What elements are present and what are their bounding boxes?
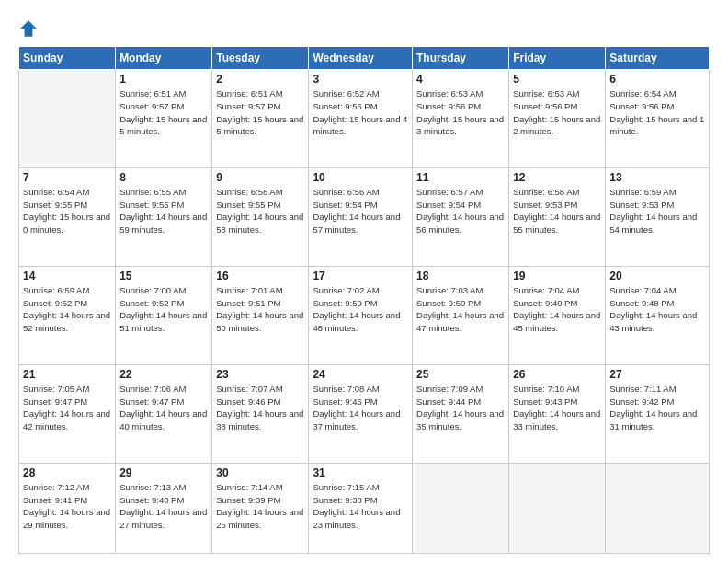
day-cell: 21Sunrise: 7:05 AMSunset: 9:47 PMDayligh…: [19, 364, 116, 463]
day-number: 3: [313, 73, 408, 86]
day-number: 8: [119, 171, 208, 184]
day-number: 28: [23, 466, 111, 479]
day-cell: 22Sunrise: 7:06 AMSunset: 9:47 PMDayligh…: [116, 364, 212, 463]
day-cell: 6Sunrise: 6:54 AMSunset: 9:56 PMDaylight…: [606, 70, 710, 168]
day-number: 16: [216, 270, 304, 282]
day-info: Sunrise: 6:54 AMSunset: 9:55 PMDaylight:…: [23, 186, 111, 236]
day-number: 10: [313, 171, 408, 184]
day-info: Sunrise: 7:05 AMSunset: 9:47 PMDaylight:…: [23, 383, 111, 433]
day-cell: 7Sunrise: 6:54 AMSunset: 9:55 PMDaylight…: [19, 167, 116, 266]
day-info: Sunrise: 7:10 AMSunset: 9:43 PMDaylight:…: [513, 383, 601, 433]
week-row-2: 7Sunrise: 6:54 AMSunset: 9:55 PMDaylight…: [19, 167, 710, 266]
day-cell: 18Sunrise: 7:03 AMSunset: 9:50 PMDayligh…: [413, 266, 509, 364]
day-info: Sunrise: 6:55 AMSunset: 9:55 PMDaylight:…: [119, 186, 208, 236]
day-cell: 16Sunrise: 7:01 AMSunset: 9:51 PMDayligh…: [212, 266, 309, 364]
day-number: 14: [23, 270, 111, 282]
day-info: Sunrise: 7:06 AMSunset: 9:47 PMDaylight:…: [119, 383, 208, 433]
day-cell: [413, 463, 509, 553]
week-row-4: 21Sunrise: 7:05 AMSunset: 9:47 PMDayligh…: [19, 364, 710, 463]
logo-icon: [18, 18, 39, 39]
day-info: Sunrise: 6:53 AMSunset: 9:56 PMDaylight:…: [513, 87, 601, 138]
day-cell: 3Sunrise: 6:52 AMSunset: 9:56 PMDaylight…: [309, 70, 413, 168]
day-cell: 9Sunrise: 6:56 AMSunset: 9:55 PMDaylight…: [212, 167, 309, 266]
day-cell: 4Sunrise: 6:53 AMSunset: 9:56 PMDaylight…: [413, 70, 509, 168]
day-cell: [19, 70, 116, 168]
day-cell: 24Sunrise: 7:08 AMSunset: 9:45 PMDayligh…: [309, 364, 413, 463]
day-number: 9: [216, 171, 304, 184]
day-cell: 31Sunrise: 7:15 AMSunset: 9:38 PMDayligh…: [309, 463, 413, 553]
th-monday: Monday: [116, 47, 212, 70]
day-info: Sunrise: 7:15 AMSunset: 9:38 PMDaylight:…: [313, 481, 408, 532]
day-number: 21: [23, 368, 111, 381]
day-info: Sunrise: 7:09 AMSunset: 9:44 PMDaylight:…: [416, 383, 505, 433]
day-info: Sunrise: 6:57 AMSunset: 9:54 PMDaylight:…: [416, 186, 505, 236]
day-number: 30: [216, 466, 304, 479]
day-cell: 26Sunrise: 7:10 AMSunset: 9:43 PMDayligh…: [509, 364, 606, 463]
th-thursday: Thursday: [413, 47, 509, 70]
day-info: Sunrise: 7:08 AMSunset: 9:45 PMDaylight:…: [313, 383, 408, 433]
day-info: Sunrise: 7:13 AMSunset: 9:40 PMDaylight:…: [119, 481, 208, 532]
day-cell: 30Sunrise: 7:14 AMSunset: 9:39 PMDayligh…: [212, 463, 309, 553]
header-row: Sunday Monday Tuesday Wednesday Thursday…: [19, 47, 710, 70]
day-cell: 5Sunrise: 6:53 AMSunset: 9:56 PMDaylight…: [509, 70, 606, 168]
header: [18, 17, 710, 39]
day-info: Sunrise: 6:56 AMSunset: 9:54 PMDaylight:…: [313, 186, 408, 236]
day-cell: 20Sunrise: 7:04 AMSunset: 9:48 PMDayligh…: [606, 266, 710, 364]
th-friday: Friday: [509, 47, 606, 70]
day-number: 22: [119, 368, 208, 381]
th-sunday: Sunday: [19, 47, 116, 70]
day-info: Sunrise: 7:04 AMSunset: 9:48 PMDaylight:…: [609, 284, 705, 335]
day-cell: 29Sunrise: 7:13 AMSunset: 9:40 PMDayligh…: [116, 463, 212, 553]
day-info: Sunrise: 7:14 AMSunset: 9:39 PMDaylight:…: [216, 481, 304, 532]
day-number: 1: [119, 73, 208, 86]
day-info: Sunrise: 7:04 AMSunset: 9:49 PMDaylight:…: [513, 284, 601, 335]
day-cell: 27Sunrise: 7:11 AMSunset: 9:42 PMDayligh…: [606, 364, 710, 463]
day-cell: 14Sunrise: 6:59 AMSunset: 9:52 PMDayligh…: [19, 266, 116, 364]
week-row-1: 1Sunrise: 6:51 AMSunset: 9:57 PMDaylight…: [19, 70, 710, 168]
week-row-3: 14Sunrise: 6:59 AMSunset: 9:52 PMDayligh…: [19, 266, 710, 364]
logo: [18, 17, 42, 39]
day-number: 13: [609, 171, 705, 184]
day-cell: 11Sunrise: 6:57 AMSunset: 9:54 PMDayligh…: [413, 167, 509, 266]
day-info: Sunrise: 7:00 AMSunset: 9:52 PMDaylight:…: [119, 284, 208, 335]
day-number: 11: [416, 171, 505, 184]
day-info: Sunrise: 6:51 AMSunset: 9:57 PMDaylight:…: [216, 87, 304, 138]
day-info: Sunrise: 7:12 AMSunset: 9:41 PMDaylight:…: [23, 481, 111, 532]
day-number: 2: [216, 73, 304, 86]
day-cell: 28Sunrise: 7:12 AMSunset: 9:41 PMDayligh…: [19, 463, 116, 553]
day-number: 27: [609, 368, 705, 381]
day-number: 31: [313, 466, 408, 479]
day-info: Sunrise: 6:54 AMSunset: 9:56 PMDaylight:…: [609, 87, 705, 138]
day-info: Sunrise: 6:56 AMSunset: 9:55 PMDaylight:…: [216, 186, 304, 236]
day-cell: 2Sunrise: 6:51 AMSunset: 9:57 PMDaylight…: [212, 70, 309, 168]
day-cell: [509, 463, 606, 553]
day-number: 19: [513, 270, 601, 282]
day-cell: 17Sunrise: 7:02 AMSunset: 9:50 PMDayligh…: [309, 266, 413, 364]
day-info: Sunrise: 6:58 AMSunset: 9:53 PMDaylight:…: [513, 186, 601, 236]
day-cell: 19Sunrise: 7:04 AMSunset: 9:49 PMDayligh…: [509, 266, 606, 364]
th-wednesday: Wednesday: [309, 47, 413, 70]
day-info: Sunrise: 6:59 AMSunset: 9:52 PMDaylight:…: [23, 284, 111, 335]
day-info: Sunrise: 6:52 AMSunset: 9:56 PMDaylight:…: [313, 87, 408, 138]
calendar: Sunday Monday Tuesday Wednesday Thursday…: [18, 46, 710, 554]
day-number: 15: [119, 270, 208, 282]
day-number: 12: [513, 171, 601, 184]
day-info: Sunrise: 7:02 AMSunset: 9:50 PMDaylight:…: [313, 284, 408, 335]
day-number: 24: [313, 368, 408, 381]
day-number: 6: [609, 73, 705, 86]
day-number: 7: [23, 171, 111, 184]
day-number: 29: [119, 466, 208, 479]
day-cell: [606, 463, 710, 553]
day-info: Sunrise: 7:07 AMSunset: 9:46 PMDaylight:…: [216, 383, 304, 433]
day-number: 23: [216, 368, 304, 381]
day-info: Sunrise: 6:51 AMSunset: 9:57 PMDaylight:…: [119, 87, 208, 138]
day-cell: 23Sunrise: 7:07 AMSunset: 9:46 PMDayligh…: [212, 364, 309, 463]
day-cell: 8Sunrise: 6:55 AMSunset: 9:55 PMDaylight…: [116, 167, 212, 266]
day-info: Sunrise: 7:03 AMSunset: 9:50 PMDaylight:…: [416, 284, 505, 335]
day-cell: 10Sunrise: 6:56 AMSunset: 9:54 PMDayligh…: [309, 167, 413, 266]
day-info: Sunrise: 6:59 AMSunset: 9:53 PMDaylight:…: [609, 186, 705, 236]
day-info: Sunrise: 7:11 AMSunset: 9:42 PMDaylight:…: [609, 383, 705, 433]
day-number: 18: [416, 270, 505, 282]
th-tuesday: Tuesday: [212, 47, 309, 70]
day-number: 17: [313, 270, 408, 282]
